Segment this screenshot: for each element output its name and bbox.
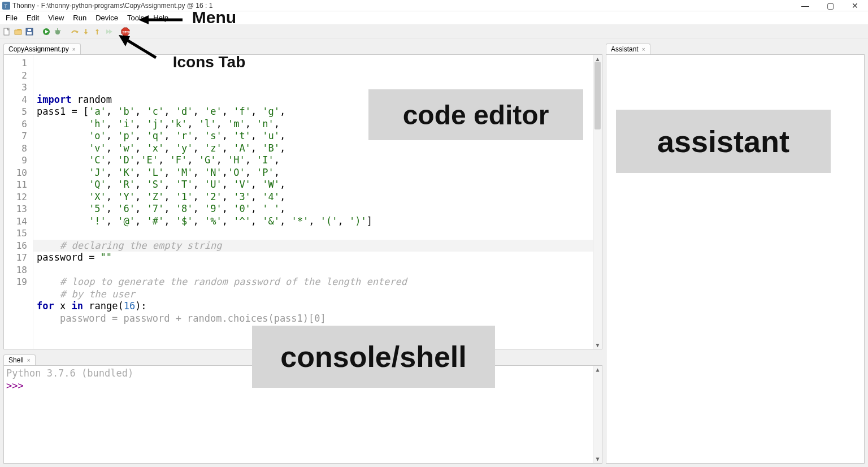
close-icon[interactable]: × [642, 46, 645, 53]
menu-edit[interactable]: Edit [22, 12, 44, 23]
svg-marker-15 [84, 32, 88, 34]
shell-tab-label: Shell [8, 356, 24, 364]
menubar: FileEditViewRunDeviceToolsHelp [0, 11, 868, 25]
code-line[interactable]: '!', '@', '#', '$', '%', '^', '&', '*', … [37, 215, 602, 228]
svg-point-9 [55, 30, 60, 34]
code-line[interactable]: import random [37, 94, 602, 106]
svg-marker-19 [109, 29, 112, 34]
assistant-tabstrip: Assistant × [606, 42, 865, 54]
menu-device[interactable]: Device [91, 12, 123, 23]
code-line[interactable]: 'h', 'i', 'j','k', 'l', 'm', 'n', [37, 118, 602, 131]
code-line[interactable]: # by the user [37, 288, 602, 301]
code-line[interactable]: # declaring the empty string [37, 240, 602, 252]
svg-rect-5 [27, 32, 32, 34]
code-line[interactable]: pass1 = ['a', 'b', 'c', 'd', 'e', 'f', '… [37, 106, 602, 118]
menu-file[interactable]: File [1, 12, 22, 23]
menu-view[interactable]: View [44, 12, 68, 23]
step-out-icon[interactable] [93, 27, 102, 36]
code-line[interactable]: 'o', 'p', 'q', 'r', 's', 't', 'u', [37, 130, 602, 142]
svg-line-11 [55, 31, 56, 31]
close-icon[interactable]: × [72, 46, 76, 53]
window-title: Thonny - F:\thonny-python-programs\CopyA… [12, 2, 212, 10]
minimize-button[interactable]: — [798, 1, 813, 11]
editor-gutter: 12345678910111213141516171819 [4, 55, 33, 349]
window-titlebar: T Thonny - F:\thonny-python-programs\Cop… [0, 0, 868, 11]
code-line[interactable] [37, 227, 602, 240]
shell-info-line: Python 3.7.6 (bundled) [6, 367, 133, 379]
code-line[interactable]: 'X', 'Y', 'Z', '1', '2', '3', '4', [37, 191, 602, 204]
open-file-icon[interactable] [14, 27, 23, 36]
code-editor[interactable]: 12345678910111213141516171819 import ran… [3, 54, 602, 349]
app-icon: T [2, 2, 10, 10]
svg-text:STOP: STOP [123, 31, 131, 34]
scroll-down-icon[interactable]: ▼ [593, 341, 602, 349]
save-file-icon[interactable] [25, 27, 34, 36]
editor-tab-label: CopyAssignment.py [8, 45, 69, 53]
debug-icon[interactable] [53, 27, 62, 36]
step-into-icon[interactable] [81, 27, 90, 36]
menu-help[interactable]: Help [149, 12, 173, 23]
code-line[interactable]: 'v', 'w', 'x', 'y', 'z', 'A', 'B', [37, 142, 602, 155]
shell-prompt: >>> [6, 380, 24, 391]
new-file-icon[interactable] [2, 27, 11, 36]
shell-tabstrip: Shell × [3, 353, 602, 365]
svg-text:T: T [5, 3, 8, 8]
svg-rect-6 [28, 29, 31, 31]
menu-tools[interactable]: Tools [123, 12, 149, 23]
shell-scrollbar[interactable]: ▲ ▼ [593, 366, 602, 463]
code-line[interactable]: 'C', 'D','E', 'F', 'G', 'H', 'I', [37, 154, 602, 167]
editor-tabstrip: CopyAssignment.py × [3, 42, 602, 54]
code-line[interactable]: password = "" [37, 252, 602, 264]
shell-tab[interactable]: Shell × [3, 354, 36, 365]
resume-icon[interactable] [104, 27, 113, 36]
shell-console[interactable]: ▲ ▼ Python 3.7.6 (bundled) >>> [3, 365, 602, 464]
code-line[interactable]: 'J', 'K', 'L', 'M', 'N','O', 'P', [37, 167, 602, 179]
code-line[interactable]: '5', '6', '7', '8', '9', '0', ' ', [37, 203, 602, 215]
code-line[interactable]: 'Q', 'R', 'S', 'T', 'U', 'V', 'W', [37, 179, 602, 191]
svg-marker-17 [96, 29, 99, 31]
code-line[interactable]: for x in range(16): [37, 300, 602, 313]
code-body[interactable]: import randompass1 = ['a', 'b', 'c', 'd'… [33, 55, 602, 349]
shell-pane: Shell × ▲ ▼ Python 3.7.6 (bundled) >>> [0, 349, 606, 467]
svg-line-12 [59, 31, 60, 31]
editor-pane: CopyAssignment.py × 12345678910111213141… [0, 38, 606, 349]
editor-tab[interactable]: CopyAssignment.py × [3, 44, 81, 54]
step-over-icon[interactable] [70, 27, 79, 36]
maximize-button[interactable]: ▢ [823, 1, 837, 11]
assistant-tab[interactable]: Assistant × [606, 44, 650, 54]
close-icon[interactable]: × [27, 357, 31, 364]
code-line[interactable] [37, 264, 602, 276]
scroll-up-icon[interactable]: ▲ [593, 366, 602, 374]
toolbar: STOP [0, 25, 868, 38]
stop-icon[interactable]: STOP [121, 27, 130, 36]
run-icon[interactable] [42, 27, 51, 36]
code-line[interactable]: password = password + random.choices(pas… [37, 313, 602, 325]
assistant-panel[interactable] [606, 54, 865, 464]
close-button[interactable]: ✕ [848, 1, 862, 11]
scroll-down-icon[interactable]: ▼ [593, 455, 602, 463]
code-line[interactable]: # loop to generate the random password o… [37, 276, 602, 288]
menu-run[interactable]: Run [68, 12, 91, 23]
workspace: CopyAssignment.py × 12345678910111213141… [0, 38, 868, 467]
assistant-tab-label: Assistant [611, 45, 639, 53]
